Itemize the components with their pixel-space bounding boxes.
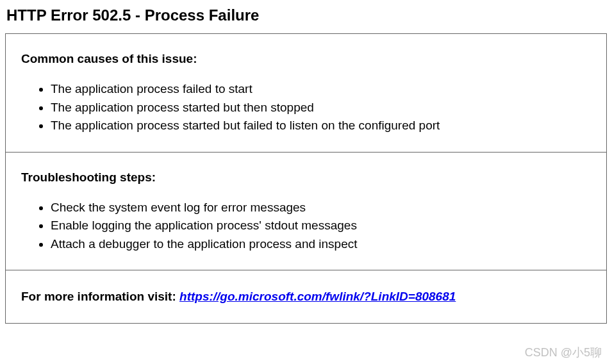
common-causes-list: The application process failed to start … — [21, 80, 591, 135]
list-item: The application process started but then… — [51, 99, 591, 117]
list-item: Enable logging the application process' … — [51, 217, 591, 235]
common-causes-section: Common causes of this issue: The applica… — [5, 33, 607, 152]
troubleshooting-heading: Troubleshooting steps: — [21, 170, 591, 185]
more-info-line: For more information visit: https://go.m… — [21, 290, 591, 304]
more-info-label: For more information visit: — [21, 290, 179, 303]
troubleshooting-section: Troubleshooting steps: Check the system … — [5, 152, 607, 270]
common-causes-heading: Common causes of this issue: — [21, 52, 591, 66]
troubleshooting-list: Check the system event log for error mes… — [21, 199, 591, 254]
page-title: HTTP Error 502.5 - Process Failure — [0, 0, 612, 33]
list-item: Check the system event log for error mes… — [51, 199, 591, 217]
more-info-link[interactable]: https://go.microsoft.com/fwlink/?LinkID=… — [179, 290, 456, 303]
list-item: Attach a debugger to the application pro… — [51, 235, 591, 254]
list-item: The application process failed to start — [51, 80, 591, 99]
list-item: The application process started but fail… — [51, 117, 591, 135]
more-info-section: For more information visit: https://go.m… — [5, 270, 607, 324]
watermark: CSDN @小5聊 — [525, 345, 602, 360]
